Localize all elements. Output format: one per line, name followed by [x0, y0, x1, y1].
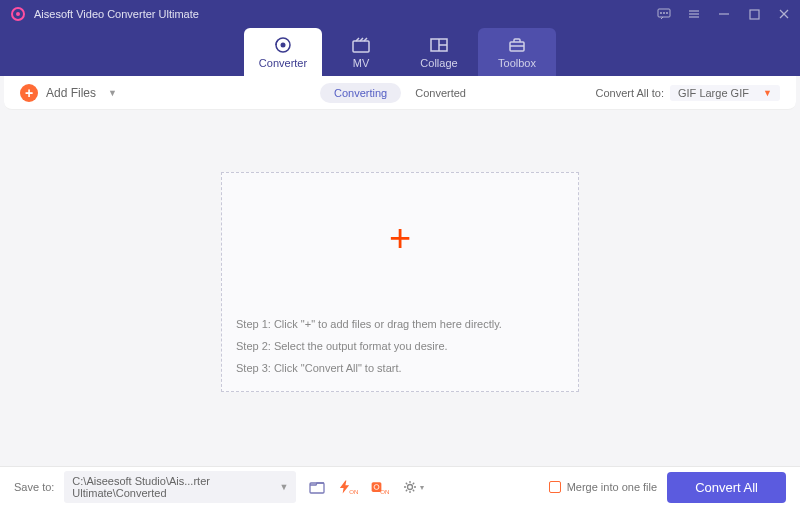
main-area: + Step 1: Click "+" to add files or drag…: [0, 110, 800, 466]
svg-point-24: [408, 485, 413, 490]
status-segment: Converting Converted: [320, 83, 480, 103]
menu-icon[interactable]: [686, 6, 702, 22]
add-files-dropzone[interactable]: +: [222, 173, 578, 303]
footer: Save to: C:\Aiseesoft Studio\Ais...rter …: [0, 466, 800, 507]
add-files-label: Add Files: [46, 86, 96, 100]
chevron-down-icon: ▼: [279, 482, 288, 492]
toolbox-icon: [507, 36, 527, 54]
maximize-icon[interactable]: [746, 6, 762, 22]
toolbar: + Add Files ▼ Converting Converted Conve…: [4, 76, 796, 110]
svg-point-14: [281, 42, 286, 47]
plus-icon: +: [389, 217, 411, 260]
svg-rect-10: [750, 10, 759, 19]
close-icon[interactable]: [776, 6, 792, 22]
save-to-label: Save to:: [14, 481, 54, 493]
step-text: Step 3: Click "Convert All" to start.: [236, 357, 564, 379]
merge-label: Merge into one file: [567, 481, 658, 493]
instructions: Step 1: Click "+" to add files or drag t…: [222, 303, 578, 391]
chevron-down-icon: ▼: [763, 88, 772, 98]
step-text: Step 1: Click "+" to add files or drag t…: [236, 313, 564, 335]
app-logo-icon: [10, 6, 26, 22]
tab-label: MV: [353, 57, 370, 69]
tab-toolbox[interactable]: Toolbox: [478, 28, 556, 76]
settings-button[interactable]: ▾: [402, 476, 424, 498]
dropzone: + Step 1: Click "+" to add files or drag…: [221, 172, 579, 392]
tab-mv[interactable]: MV: [322, 28, 400, 76]
collage-icon: [429, 36, 449, 54]
checkbox-icon: [549, 481, 561, 493]
tab-collage[interactable]: Collage: [400, 28, 478, 76]
svg-point-4: [663, 12, 664, 13]
tab-label: Converter: [259, 57, 307, 69]
convert-all-button[interactable]: Convert All: [667, 472, 786, 503]
plus-icon: +: [20, 84, 38, 102]
step-text: Step 2: Select the output format you des…: [236, 335, 564, 357]
chevron-down-icon: ▼: [108, 88, 117, 98]
format-value: GIF Large GIF: [678, 87, 749, 99]
save-path-select[interactable]: C:\Aiseesoft Studio\Ais...rter Ultimate\…: [64, 471, 296, 503]
svg-point-5: [666, 12, 667, 13]
add-files-button[interactable]: + Add Files ▼: [20, 84, 117, 102]
convert-all-to-label: Convert All to:: [596, 87, 664, 99]
feedback-icon[interactable]: [656, 6, 672, 22]
svg-point-1: [16, 12, 20, 16]
svg-point-3: [660, 12, 661, 13]
tab-converting[interactable]: Converting: [320, 83, 401, 103]
merge-checkbox[interactable]: Merge into one file: [549, 481, 658, 493]
minimize-icon[interactable]: [716, 6, 732, 22]
hardware-accel-button[interactable]: ON: [338, 476, 360, 498]
tab-label: Toolbox: [498, 57, 536, 69]
output-format-select[interactable]: GIF Large GIF ▼: [670, 85, 780, 101]
converter-icon: [273, 36, 293, 54]
app-title: Aisesoft Video Converter Ultimate: [34, 8, 199, 20]
svg-rect-15: [353, 41, 369, 52]
tab-label: Collage: [420, 57, 457, 69]
main-tabs: Converter MV Collage Toolbox: [0, 28, 800, 76]
high-speed-button[interactable]: ON: [370, 476, 392, 498]
tab-converter[interactable]: Converter: [244, 28, 322, 76]
tab-converted[interactable]: Converted: [401, 83, 480, 103]
titlebar: Aisesoft Video Converter Ultimate Conver…: [0, 0, 800, 76]
save-path-value: C:\Aiseesoft Studio\Ais...rter Ultimate\…: [72, 475, 275, 499]
open-folder-button[interactable]: [306, 476, 328, 498]
mv-icon: [351, 36, 371, 54]
